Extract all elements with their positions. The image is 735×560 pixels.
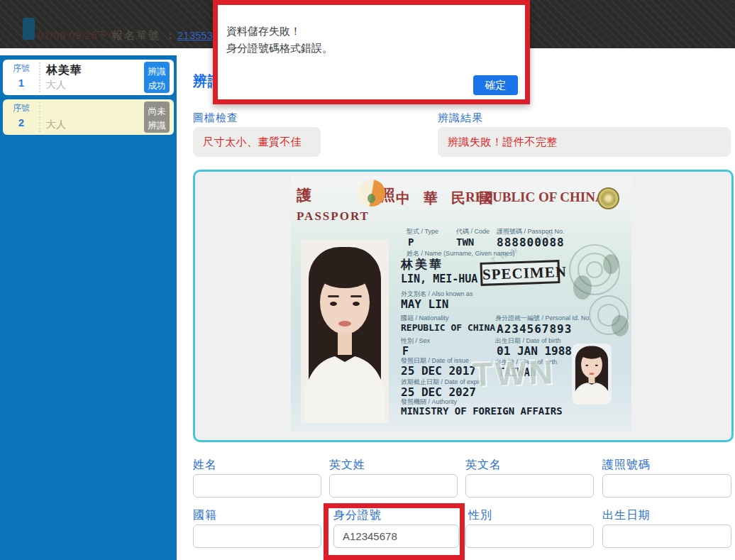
image-check-result-box: 尺寸太小、畫質不佳 (193, 127, 321, 157)
status-line1: 辨識 (148, 67, 166, 77)
error-message-line2: 身分證號碼格式錯誤。 (226, 42, 333, 55)
seq-number: 2 (6, 116, 36, 128)
birthdate-input[interactable] (602, 525, 731, 548)
id-number-input[interactable] (333, 525, 459, 548)
pp-passport-no-value: 888800088 (497, 236, 565, 249)
passenger-card-2[interactable]: 序號 2 大人 尚未 辨識 (3, 99, 174, 135)
field-label-id-number: 身分證號 (333, 508, 382, 523)
passenger-1-name: 林美華 (46, 63, 82, 78)
screen: 01/09 09:26下午 報名單號 ： 213553 序號 1 林美華 大人 … (0, 0, 735, 560)
divider (39, 62, 40, 92)
nationality-input[interactable] (193, 525, 321, 548)
surname-en-input[interactable] (329, 474, 458, 498)
header-order-number-link[interactable]: 213553 (177, 29, 213, 41)
confirm-button[interactable]: 確定 (473, 75, 518, 95)
header-app-icon[interactable] (23, 18, 35, 40)
passport-emblem-icon (597, 187, 619, 209)
recognition-result-text: 辨識失敗！證件不完整 (438, 127, 731, 157)
pp-code-value: TWN (456, 236, 474, 248)
field-label-name: 姓名 (193, 458, 217, 473)
passenger-1-type: 大人 (46, 79, 66, 92)
field-label-givenname-en: 英文名 (465, 458, 502, 473)
specimen-stamp: SPECIMEN (480, 260, 560, 286)
status-line2: 成功 (148, 81, 166, 91)
passport-country-en: REPUBLIC OF CHINA (465, 190, 605, 205)
passenger-1-seq: 序號 1 (6, 62, 36, 89)
field-label-passport-no: 護照號碼 (602, 458, 651, 473)
field-label-surname-en: 英文姓 (329, 458, 365, 473)
seq-number: 1 (6, 77, 36, 89)
pp-pid-value: A234567893 (497, 322, 572, 336)
recognition-result-box: 辨識失敗！證件不完整 (438, 127, 731, 157)
header-datetime: 01/09 09:26下午 (38, 29, 118, 43)
passenger-2-type: 大人 (46, 119, 66, 131)
pp-type-value: P (408, 236, 414, 248)
field-label-nationality: 國籍 (193, 508, 217, 523)
passenger-2-seq: 序號 2 (6, 102, 36, 128)
pp-name-en: LIN, MEI-HUA (401, 273, 477, 285)
name-input[interactable] (193, 474, 321, 498)
givenname-en-input[interactable] (465, 474, 594, 498)
pp-name-zh: 林美華 (401, 256, 443, 273)
seq-label: 序號 (6, 62, 36, 75)
recognition-result-label: 辨識結果 (438, 111, 483, 125)
pp-authority-value: MINISTRY OF FOREIGN AFFAIRS (401, 405, 563, 417)
passport-logo-icon (358, 180, 385, 207)
field-label-sex: 性別 (468, 508, 492, 523)
status-badge-success: 辨識 成功 (144, 62, 170, 93)
status-line1: 尚未 (148, 106, 166, 116)
header-order-label: 報名單號 ： (112, 29, 177, 43)
seq-label: 序號 (6, 102, 36, 114)
sidebar-passenger-list: 序號 1 林美華 大人 辨識 成功 序號 2 大人 尚未 辨識 (0, 55, 177, 560)
pp-code-label: 代碼 / Code (456, 227, 490, 236)
error-message-line1: 資料儲存失敗！ (226, 25, 301, 38)
image-check-label: 圖檔檢查 (193, 111, 238, 125)
passport-secondary-photo (572, 344, 612, 405)
pp-type-label: 型式 / Type (407, 227, 438, 236)
passport-portrait-photo (301, 240, 389, 423)
status-badge-pending: 尚未 辨識 (144, 101, 170, 133)
pp-issue-value: 25 DEC 2017 (401, 364, 476, 378)
pp-aka-value: MAY LIN (401, 297, 448, 311)
field-label-birthdate: 出生日期 (602, 508, 651, 523)
passport-twn-watermark: TWN (472, 352, 556, 394)
passport-image: 護 照 PASSPORT 中 華 民 國 REPUBLIC OF CHINA T… (291, 176, 631, 432)
sex-input[interactable] (465, 525, 594, 548)
error-dialog: 資料儲存失敗！ 身分證號碼格式錯誤。 確定 (213, 0, 530, 104)
passport-no-input[interactable] (602, 474, 731, 498)
passenger-card-1[interactable]: 序號 1 林美華 大人 辨識 成功 (3, 60, 174, 95)
passport-title-en: PASSPORT (297, 209, 370, 224)
status-line2: 辨識 (148, 121, 166, 131)
divider (39, 102, 40, 132)
pp-nationality-value: REPUBLIC OF CHINA (401, 322, 495, 333)
image-check-result-text: 尺寸太小、畫質不佳 (193, 127, 321, 157)
